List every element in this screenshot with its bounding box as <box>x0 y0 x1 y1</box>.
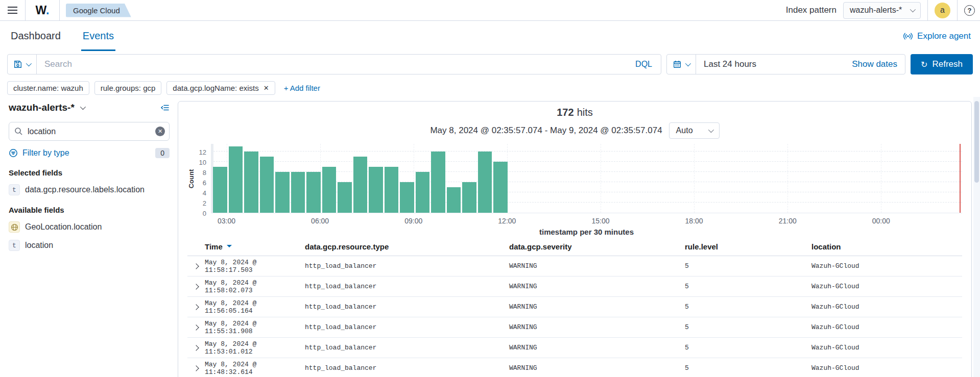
gridline <box>601 144 601 213</box>
histogram-bar[interactable] <box>416 172 430 213</box>
gridline <box>211 161 962 162</box>
histogram-bar[interactable] <box>260 157 274 213</box>
histogram-bar[interactable] <box>306 172 321 213</box>
histogram-bar[interactable] <box>400 182 414 213</box>
available-fields-list: GeoLocation.locationtlocation <box>9 221 170 251</box>
column-header-time[interactable]: Time <box>205 242 305 251</box>
sort-desc-icon[interactable] <box>227 245 232 250</box>
dql-button[interactable]: DQL <box>627 60 661 69</box>
histogram-bar[interactable] <box>213 167 227 213</box>
expand-row-button[interactable] <box>187 305 205 309</box>
index-pattern-label: Index pattern <box>786 5 836 15</box>
histogram-bar[interactable] <box>385 167 399 213</box>
table-row[interactable]: May 8, 2024 @ 11:56:05.164http_load_bala… <box>187 297 962 317</box>
histogram-bar[interactable] <box>431 152 445 213</box>
table-row[interactable]: May 8, 2024 @ 11:55:31.908http_load_bala… <box>187 317 962 338</box>
divider <box>59 0 60 20</box>
interval-select[interactable]: Auto <box>669 122 720 139</box>
tab-dashboard[interactable]: Dashboard <box>9 21 62 51</box>
filter-by-type-button[interactable]: Filter by type 0 <box>9 148 170 158</box>
cell-resource_type: http_load_balancer <box>305 283 509 290</box>
field-item[interactable]: tlocation <box>9 240 170 251</box>
histogram-bar[interactable] <box>229 146 243 213</box>
expand-row-button[interactable] <box>187 346 205 350</box>
expand-row-button[interactable] <box>187 285 205 289</box>
expand-row-button[interactable] <box>187 264 205 268</box>
chevron-down-icon <box>685 61 691 66</box>
table-row[interactable]: May 8, 2024 @ 11:58:17.503http_load_bala… <box>187 256 962 277</box>
divider <box>927 0 928 20</box>
histogram-bar[interactable] <box>322 167 337 213</box>
table-row[interactable]: May 8, 2024 @ 11:58:02.073http_load_bala… <box>187 277 962 297</box>
field-name: GeoLocation.location <box>25 222 102 232</box>
user-avatar[interactable]: a <box>935 3 950 18</box>
scrollbar[interactable] <box>973 97 980 377</box>
add-filter-link[interactable]: + Add filter <box>284 84 320 92</box>
histogram-bar[interactable] <box>353 157 368 213</box>
histogram-bar[interactable] <box>291 172 305 213</box>
histogram-bar[interactable] <box>462 182 476 213</box>
y-tick-label: 4 <box>203 189 206 197</box>
y-tick-label: 2 <box>203 199 206 207</box>
x-tick-label: 03:00 <box>218 217 235 225</box>
menu-left-icon <box>160 104 170 112</box>
explore-agent-link[interactable]: Explore agent <box>903 31 971 41</box>
collapse-sidebar-button[interactable] <box>160 104 170 112</box>
filter-pill[interactable]: rule.groups: gcp <box>94 81 162 95</box>
results-panel: 172 hits May 8, 2024 @ 02:35:57.074 - Ma… <box>178 101 972 377</box>
time-range-text[interactable]: Last 24 hours <box>696 59 852 69</box>
tab-events[interactable]: Events <box>81 21 115 51</box>
y-axis-label: Count <box>187 144 196 213</box>
cell-time: May 8, 2024 @ 11:53:01.012 <box>205 340 305 356</box>
histogram-bar[interactable] <box>478 152 492 213</box>
scrollbar-thumb[interactable] <box>974 101 979 183</box>
column-header-location[interactable]: location <box>811 242 962 251</box>
wazuh-logo[interactable]: W. <box>26 4 59 17</box>
cell-location: Wazuh-GCloud <box>811 303 962 311</box>
filter-pill[interactable]: cluster.name: wazuh <box>7 81 89 95</box>
chevron-down-icon <box>26 61 32 66</box>
save-query-button[interactable] <box>8 55 37 74</box>
y-tick-label: 0 <box>203 210 206 217</box>
show-dates-link[interactable]: Show dates <box>852 59 905 69</box>
fields-sidebar: wazuh-alerts-* ✕ Filter by type 0 Select… <box>0 101 178 251</box>
filter-pills: cluster.name: wazuhrule.groups: gcpdata.… <box>7 81 275 95</box>
selected-fields-list: tdata.gcp.resource.labels.location <box>9 184 170 195</box>
cell-resource_type: http_load_balancer <box>305 344 509 351</box>
gridline <box>694 144 695 213</box>
column-header-data-gcp-severity[interactable]: data.gcp.severity <box>509 242 685 251</box>
histogram-bar[interactable] <box>447 187 461 213</box>
cell-severity: WARNING <box>509 283 685 290</box>
help-icon[interactable]: ? <box>964 5 975 16</box>
histogram-bar[interactable] <box>338 182 352 213</box>
column-header-rule-level[interactable]: rule.level <box>685 242 811 251</box>
field-item[interactable]: tdata.gcp.resource.labels.location <box>9 184 170 195</box>
histogram-bar[interactable] <box>275 172 290 213</box>
clear-search-icon[interactable]: ✕ <box>155 127 165 136</box>
table-row[interactable]: May 8, 2024 @ 11:48:32.614http_load_bala… <box>187 358 962 377</box>
field-search-input[interactable] <box>9 122 170 141</box>
index-pattern-title[interactable]: wazuh-alerts-* <box>9 102 75 113</box>
table-row[interactable]: May 8, 2024 @ 11:53:01.012http_load_bala… <box>187 338 962 358</box>
expand-row-button[interactable] <box>187 366 205 370</box>
search-input[interactable] <box>37 59 627 69</box>
index-pattern-select[interactable]: wazuh-alerts-* <box>843 2 921 19</box>
filter-pill[interactable]: data.gcp.logName: exists✕ <box>166 81 275 95</box>
quick-select-button[interactable] <box>667 55 696 74</box>
histogram-bar[interactable] <box>244 152 258 213</box>
refresh-button[interactable]: ↻ Refresh <box>911 54 973 74</box>
column-header-data-gcp-resource-type[interactable]: data.gcp.resource.type <box>305 242 509 251</box>
chevron-right-icon <box>193 304 199 310</box>
breadcrumb[interactable]: Google Cloud <box>66 4 131 17</box>
hamburger-menu-icon[interactable] <box>0 0 25 20</box>
cell-location: Wazuh-GCloud <box>811 344 962 351</box>
search-box: DQL <box>7 54 661 74</box>
field-item[interactable]: GeoLocation.location <box>9 221 170 233</box>
remove-filter-icon[interactable]: ✕ <box>264 85 269 91</box>
cell-rule_level: 5 <box>685 262 811 270</box>
content: wazuh-alerts-* ✕ Filter by type 0 Select… <box>0 101 980 377</box>
expand-row-button[interactable] <box>187 325 205 330</box>
field-type-token: t <box>9 240 20 251</box>
histogram-bar[interactable] <box>493 162 508 213</box>
histogram-bar[interactable] <box>369 167 383 213</box>
